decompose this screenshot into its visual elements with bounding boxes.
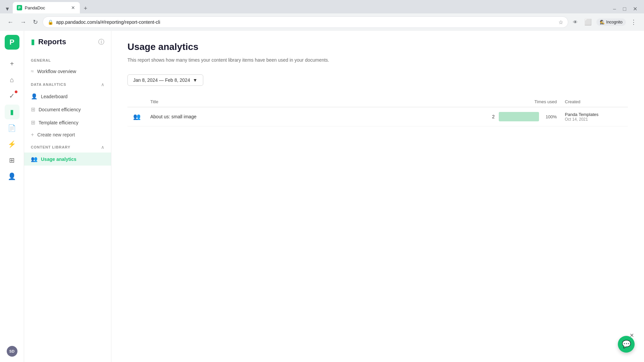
usage-bar-fill [499,112,539,121]
col-created: Created [561,97,628,107]
content-library-chevron[interactable]: ∧ [101,144,104,150]
row-created-date: Oct 14, 2021 [565,117,624,122]
sidebar-item-label: Usage analytics [41,157,76,162]
date-range-picker[interactable]: Jan 8, 2024 — Feb 8, 2024 ▼ [127,74,203,86]
sidebar-toggle-button[interactable]: ⬜ [582,16,594,28]
sidebar-item-template-efficiency[interactable]: ⊞ Template efficiency [24,116,111,129]
tab-favicon: P [17,5,22,10]
lock-icon: 🔒 [48,19,53,25]
forward-button[interactable]: → [18,17,28,28]
sidebar-item-reports[interactable]: ▮ [5,105,19,119]
tasks-icon: ✓ [9,92,15,100]
back-button[interactable]: ← [5,17,15,28]
data-analytics-label: DATA ANALYTICS [31,82,66,86]
chat-icon: 💬 [622,340,631,349]
url-text: app.pandadoc.com/a/#/reporting/report-co… [56,19,556,25]
sidebar-reports-icon: ▮ [31,38,35,46]
bookmark-icon: ☆ [558,19,563,25]
page-description: This report shows how many times your co… [127,56,628,64]
sidebar-item-contacts[interactable]: 👤 [5,169,19,184]
table-row[interactable]: 👥 About us: small image 2 100% [127,107,628,126]
row-times-used: 2 [492,114,495,119]
contacts-icon: 👤 [8,172,16,180]
sidebar-item-usage-analytics[interactable]: 👥 Usage analytics [24,153,111,166]
close-button[interactable]: ✕ [630,4,640,13]
col-icon [127,97,146,107]
incognito-icon: 🕵 [600,20,605,24]
sidebar-item-add[interactable]: + [5,56,19,71]
chat-button[interactable]: 💬 [618,336,635,353]
sidebar-item-lightning[interactable]: ⚡ [5,137,19,152]
usage-percentage: 100% [546,114,557,119]
sidebar-item-docs[interactable]: 📄 [5,121,19,135]
chevron-down-icon: ▼ [193,77,198,83]
inbox-icon: ⊞ [9,156,15,164]
new-tab-button[interactable]: + [81,4,90,13]
date-range-text: Jan 8, 2024 — Feb 8, 2024 [133,77,190,83]
page-title: Usage analytics [127,42,628,52]
leaderboard-icon: 👤 [31,93,38,100]
template-efficiency-icon: ⊞ [31,119,35,126]
sidebar-item-label: Document efficiency [39,107,81,112]
sidebar-item-label: Leaderboard [41,94,67,99]
sidebar-item-label: Workflow overview [37,69,76,74]
doc-efficiency-icon: ⊞ [31,106,35,113]
col-title: Title [146,97,487,107]
reports-icon: ▮ [10,108,14,116]
usage-bar [499,112,539,121]
incognito-label: Incognito [606,20,623,24]
app-logo[interactable]: P [5,35,19,50]
row-icon: 👥 [131,111,142,122]
create-report-label: Create new report [37,132,75,137]
add-icon: + [10,60,14,68]
col-times-used: Times used [487,97,561,107]
sidebar-item-inbox[interactable]: ⊞ [5,153,19,168]
tasks-badge [15,90,17,93]
lightning-icon: ⚡ [8,140,16,148]
restore-button[interactable]: □ [620,5,629,13]
tab-close-button[interactable]: ✕ [70,4,76,11]
active-tab[interactable]: P PandaDoc ✕ [13,2,80,13]
reload-button[interactable]: ↻ [31,16,40,28]
tab-title-text: PandaDoc [25,5,68,10]
home-icon: ⌂ [10,76,14,84]
eye-off-icon[interactable]: 👁 [571,17,580,27]
sidebar-item-workflow-overview[interactable]: ≈ Workflow overview [24,65,111,78]
incognito-badge: 🕵 Incognito [596,18,626,26]
sidebar-item-tasks[interactable]: ✓ [5,88,19,103]
browser-menu-button[interactable]: ⋮ [629,16,639,28]
tab-list-button[interactable]: ▼ [3,5,12,13]
user-avatar[interactable]: SD [7,346,17,357]
sidebar-item-document-efficiency[interactable]: ⊞ Document efficiency [24,103,111,116]
minimize-button[interactable]: ‒ [610,4,619,13]
sidebar-item-home[interactable]: ⌂ [5,72,19,87]
sidebar-item-label: Template efficiency [39,120,78,125]
row-title: About us: small image [150,114,197,119]
sidebar-item-leaderboard[interactable]: 👤 Leaderboard [24,90,111,103]
icon-rail: P + ⌂ ✓ ▮ 📄 ⚡ ⊞ [0,31,24,362]
url-bar[interactable]: 🔒 app.pandadoc.com/a/#/reporting/report-… [43,16,568,28]
avatar-initials: SD [9,349,14,353]
create-icon: + [31,132,34,138]
workflow-icon: ≈ [31,68,34,74]
sidebar-title: Reports [38,38,66,46]
usage-analytics-icon: 👥 [31,156,38,162]
doc-icon: 📄 [8,124,16,132]
sidebar: ▮ Reports ⓘ GENERAL ≈ Workflow overview … [24,31,111,362]
content-library-label: CONTENT LIBRARY [31,145,70,149]
data-analytics-chevron[interactable]: ∧ [101,82,104,87]
general-section-label: GENERAL [24,53,111,65]
sidebar-item-create-report[interactable]: + Create new report [24,129,111,140]
usage-table: Title Times used Created 👥 About us: sma… [127,97,628,126]
help-icon[interactable]: ⓘ [98,38,104,46]
main-content: Usage analytics This report shows how ma… [111,31,644,362]
row-created-by: Panda Templates [565,112,624,117]
